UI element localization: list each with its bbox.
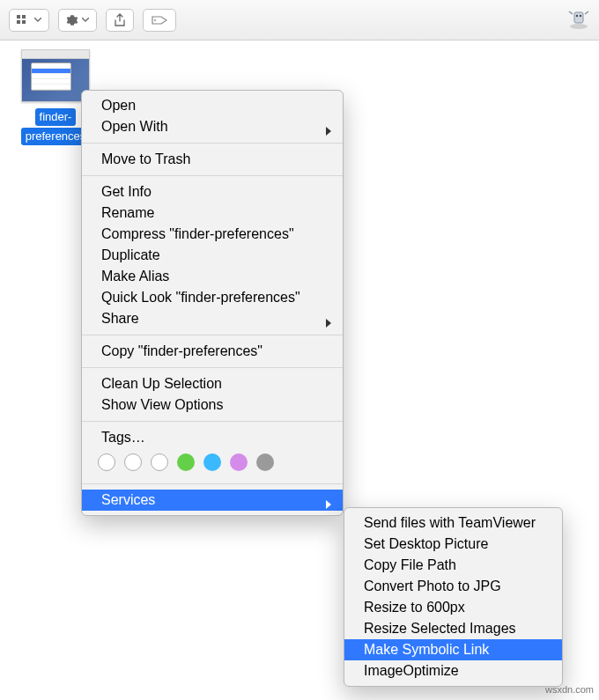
services-item[interactable]: Make Symbolic Link bbox=[344, 639, 562, 660]
tag-color-dot[interactable] bbox=[177, 453, 195, 471]
menu-label: Services bbox=[101, 492, 155, 507]
menu-copy[interactable]: Copy "finder-preferences" bbox=[82, 341, 343, 362]
action-menu-button[interactable] bbox=[58, 9, 97, 32]
menu-label: Open With bbox=[101, 119, 168, 134]
chevron-down-icon bbox=[34, 18, 41, 22]
menu-separator bbox=[82, 143, 343, 144]
menu-services[interactable]: Services bbox=[82, 490, 343, 511]
submenu-arrow-icon bbox=[325, 313, 332, 335]
tag-color-dot[interactable] bbox=[98, 453, 115, 471]
menu-separator bbox=[82, 421, 343, 422]
share-icon bbox=[114, 13, 126, 27]
tag-color-dot[interactable] bbox=[151, 453, 168, 471]
menu-tags[interactable]: Tags… bbox=[82, 427, 343, 448]
svg-rect-0 bbox=[17, 15, 20, 18]
svg-rect-6 bbox=[574, 12, 583, 23]
chevron-down-icon bbox=[82, 18, 89, 22]
menu-clean-up[interactable]: Clean Up Selection bbox=[82, 373, 343, 394]
context-menu: Open Open With Move to Trash Get Info Re… bbox=[81, 90, 344, 516]
menu-move-to-trash[interactable]: Move to Trash bbox=[82, 149, 343, 170]
services-item[interactable]: Resize Selected Images bbox=[344, 618, 562, 639]
services-item[interactable]: Set Desktop Picture bbox=[344, 534, 562, 555]
finder-toolbar bbox=[0, 0, 599, 41]
menu-share[interactable]: Share bbox=[82, 308, 343, 329]
svg-rect-1 bbox=[22, 15, 26, 18]
submenu-arrow-icon bbox=[325, 122, 332, 143]
services-submenu: Send files with TeamViewerSet Desktop Pi… bbox=[344, 507, 563, 687]
view-mode-button[interactable] bbox=[9, 9, 49, 32]
grid-icon bbox=[17, 15, 31, 26]
menu-rename[interactable]: Rename bbox=[82, 203, 343, 224]
menu-open-with[interactable]: Open With bbox=[82, 116, 343, 137]
menu-separator bbox=[82, 175, 343, 176]
menu-separator bbox=[82, 335, 343, 335]
tags-row bbox=[82, 448, 343, 478]
menu-compress[interactable]: Compress "finder-preferences" bbox=[82, 224, 343, 245]
services-item[interactable]: Send files with TeamViewer bbox=[344, 512, 562, 534]
svg-point-5 bbox=[570, 24, 588, 29]
tag-color-dot[interactable] bbox=[256, 453, 274, 471]
services-item[interactable]: ImageOptimize bbox=[344, 660, 562, 682]
menu-make-alias[interactable]: Make Alias bbox=[82, 266, 343, 287]
svg-rect-3 bbox=[22, 20, 26, 24]
svg-point-8 bbox=[580, 14, 581, 16]
menu-separator bbox=[82, 367, 343, 368]
menu-separator bbox=[82, 483, 343, 484]
menu-get-info[interactable]: Get Info bbox=[82, 181, 343, 203]
tags-button[interactable] bbox=[143, 9, 176, 32]
tag-color-dot[interactable] bbox=[230, 453, 248, 471]
menu-duplicate[interactable]: Duplicate bbox=[82, 245, 343, 266]
menu-label: Share bbox=[101, 311, 139, 326]
gear-icon bbox=[66, 14, 78, 26]
menu-view-options[interactable]: Show View Options bbox=[82, 394, 343, 416]
tag-icon bbox=[151, 15, 168, 26]
watermark: wsxdn.com bbox=[545, 684, 594, 695]
svg-point-4 bbox=[154, 19, 156, 21]
services-item[interactable]: Resize to 600px bbox=[344, 597, 562, 618]
svg-rect-2 bbox=[17, 20, 20, 24]
services-item[interactable]: Copy File Path bbox=[344, 555, 562, 576]
tag-color-dot[interactable] bbox=[124, 453, 142, 471]
file-thumbnail bbox=[21, 49, 90, 102]
services-item[interactable]: Convert Photo to JPG bbox=[344, 576, 562, 597]
share-button[interactable] bbox=[106, 9, 134, 32]
submenu-arrow-icon bbox=[325, 495, 332, 516]
menu-quick-look[interactable]: Quick Look "finder-preferences" bbox=[82, 287, 343, 308]
tag-color-dot[interactable] bbox=[203, 453, 221, 471]
automator-icon bbox=[567, 7, 590, 33]
menu-open[interactable]: Open bbox=[82, 95, 343, 116]
svg-point-7 bbox=[576, 14, 578, 16]
